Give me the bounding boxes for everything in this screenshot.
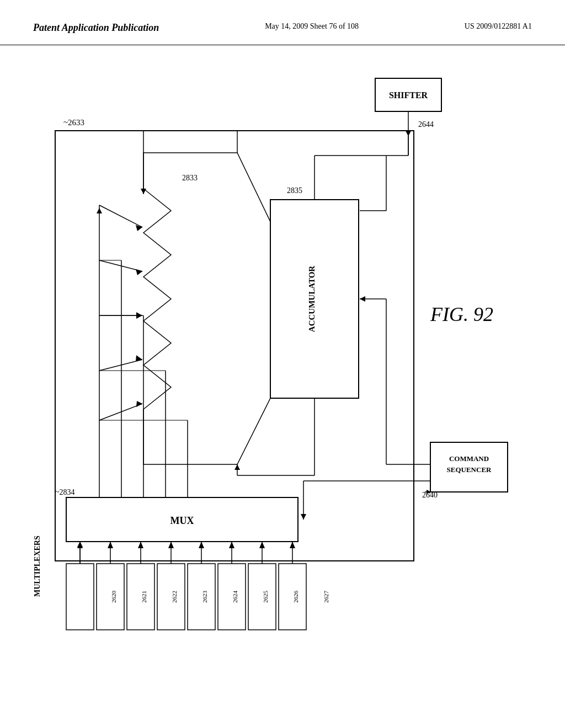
svg-marker-54 — [108, 542, 113, 548]
circuit-diagram: SHIFTER 2644 ~2633 ACCUMULATOR 2835 2833 — [0, 45, 565, 718]
svg-rect-32 — [66, 564, 94, 630]
publication-label: Patent Application Publication — [33, 22, 159, 34]
mux-input-2627: 2627 — [323, 591, 329, 603]
svg-marker-14 — [136, 269, 142, 275]
mux-input-2626: 2626 — [292, 591, 299, 603]
svg-marker-2 — [406, 131, 411, 136]
mux-input-2625: 2625 — [262, 591, 269, 603]
svg-marker-55 — [138, 542, 143, 548]
svg-line-19 — [99, 404, 142, 420]
mux-input-2621: 2621 — [141, 591, 147, 603]
shifter-label: SHIFTER — [389, 90, 428, 100]
svg-marker-71 — [360, 296, 365, 302]
svg-marker-23 — [97, 208, 102, 213]
svg-marker-56 — [168, 542, 174, 548]
svg-line-17 — [99, 360, 142, 371]
mux-ref: ~2834 — [55, 488, 75, 496]
svg-marker-81 — [141, 189, 146, 194]
command-seq-label-2: SEQUENCER — [447, 465, 492, 474]
svg-marker-57 — [199, 542, 204, 548]
svg-marker-53 — [77, 542, 83, 548]
command-seq-label-1: COMMAND — [449, 454, 489, 463]
svg-marker-59 — [259, 542, 265, 548]
mux-input-2623: 2623 — [201, 591, 208, 603]
svg-marker-18 — [136, 355, 142, 361]
patent-number: US 2009/0122881 A1 — [465, 22, 532, 31]
svg-rect-4 — [55, 131, 414, 561]
shifter-ref: 2644 — [418, 120, 434, 129]
svg-line-11 — [99, 205, 142, 227]
diagram-area: SHIFTER 2644 ~2633 ACCUMULATOR 2835 2833 — [0, 45, 565, 718]
sheet-info: May 14, 2009 Sheet 76 of 108 — [265, 22, 359, 31]
accumulator-label: ACCUMULATOR — [307, 266, 316, 332]
figure-label: FIG. 92 — [430, 303, 493, 325]
mux-input-2622: 2622 — [171, 591, 178, 603]
mux-input-2624: 2624 — [232, 591, 238, 603]
svg-marker-67 — [301, 514, 306, 520]
multiplexers-label: MULTIPLEXERS — [33, 536, 41, 597]
page-header: Patent Application Publication May 14, 2… — [0, 0, 565, 45]
svg-marker-77 — [234, 464, 240, 470]
svg-marker-20 — [136, 401, 142, 407]
svg-marker-58 — [229, 542, 234, 548]
outer-block-ref: ~2633 — [63, 118, 84, 127]
adder-ref: 2833 — [182, 174, 198, 182]
mux-input-2620: 2620 — [110, 591, 117, 603]
accumulator-ref: 2835 — [287, 186, 302, 195]
svg-marker-60 — [290, 542, 295, 548]
mux-label: MUX — [170, 515, 194, 526]
